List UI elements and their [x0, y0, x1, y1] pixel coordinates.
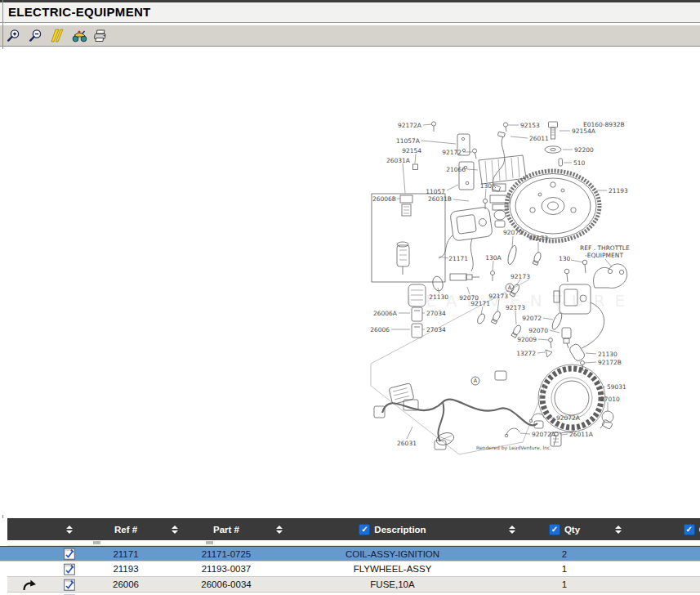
part-label[interactable]: 92173	[506, 304, 525, 311]
detail-marker-letter: A	[508, 284, 512, 291]
part-label[interactable]: 130A	[485, 254, 502, 262]
part-label[interactable]: -EQUIPMENT	[585, 252, 623, 259]
part-label[interactable]: 92172B	[598, 359, 622, 366]
leader-line	[453, 199, 469, 201]
part-label[interactable]: 130	[559, 255, 571, 262]
sort-icon[interactable]	[509, 526, 515, 534]
part-label[interactable]: 92154	[402, 147, 421, 154]
brackets	[457, 134, 474, 190]
part-label[interactable]: 26006A	[373, 310, 398, 317]
part-label[interactable]: 92072	[503, 229, 523, 236]
rownav-cell	[7, 547, 51, 561]
part-label[interactable]: 92171	[470, 300, 490, 307]
edit-note-icon[interactable]	[64, 563, 75, 575]
part-label[interactable]: 26031B	[428, 195, 452, 203]
table-row[interactable]: 2600626006-0034FUSE,10A1	[7, 577, 700, 593]
part-label[interactable]: 92072A	[556, 414, 581, 422]
part-label[interactable]: 26031A	[386, 157, 411, 164]
part-label[interactable]: 26006	[370, 326, 390, 333]
vehicle-button[interactable]	[71, 28, 87, 43]
sort-icon[interactable]	[66, 526, 73, 534]
part-label[interactable]: 13272	[516, 350, 536, 357]
qty-checkbox[interactable]	[549, 524, 560, 535]
column-header-description[interactable]: Description	[292, 524, 493, 535]
leader-line	[585, 362, 596, 363]
lightning-button[interactable]	[49, 28, 65, 43]
part-label[interactable]: 92070	[528, 327, 548, 334]
part-label[interactable]: 92173	[528, 235, 548, 242]
sort-icon[interactable]	[276, 526, 283, 534]
part-label[interactable]: 21066	[446, 166, 466, 173]
part-label[interactable]: 92009	[517, 336, 537, 343]
zoom-in-icon	[7, 29, 20, 42]
detail-marker-letter: A	[474, 378, 478, 384]
spacer	[163, 577, 186, 592]
part-label[interactable]: 26006B	[372, 195, 396, 203]
render-credit: Rendered by LeadVenture, Inc.	[476, 445, 551, 451]
part-label[interactable]: 27034	[426, 310, 446, 317]
cell-qty: 1	[531, 577, 598, 592]
part-label[interactable]: 11057	[426, 188, 445, 195]
part-label[interactable]: 21193	[609, 187, 628, 195]
part-label[interactable]: 26011	[529, 135, 549, 142]
cell-part: 21171-0725	[186, 547, 266, 561]
sort-icon[interactable]	[172, 526, 178, 534]
part-label[interactable]: 92154A	[572, 128, 596, 135]
part-label[interactable]: 11057A	[396, 137, 421, 145]
part-label[interactable]: REF . THROTTLE	[580, 244, 630, 252]
fasteners-top	[413, 122, 508, 170]
print-button[interactable]	[93, 28, 109, 43]
part-label[interactable]: 92173	[488, 293, 508, 300]
table-row[interactable]: 2117121171-0725COIL-ASSY-IGNITION2	[0, 546, 700, 561]
part-label[interactable]: 92072	[522, 315, 542, 322]
part-label[interactable]: 21130	[429, 293, 448, 301]
part-label[interactable]: 21171	[448, 255, 468, 262]
edit-note-icon[interactable]	[64, 548, 75, 560]
zoom-out-button[interactable]	[27, 28, 43, 43]
part-label[interactable]: 92172	[442, 149, 461, 156]
spacer	[493, 561, 531, 576]
spacer	[266, 547, 292, 561]
cell-description: COIL-ASSY-IGNITION	[292, 547, 493, 561]
zoom-in-button[interactable]	[5, 28, 21, 43]
page-title: ELECTRIC-EQUIPMENT	[0, 2, 700, 19]
cell-qty: 2	[531, 547, 598, 561]
part-label[interactable]: 27010	[600, 396, 620, 403]
spacer	[493, 547, 531, 561]
leader-line	[421, 141, 456, 144]
edit-note-icon[interactable]	[64, 579, 75, 591]
cell-c	[639, 561, 700, 576]
replacement-arrow-icon[interactable]	[22, 579, 36, 591]
part-label[interactable]: 26011A	[569, 431, 594, 438]
part-label[interactable]: 92200	[574, 146, 594, 154]
description-checkbox[interactable]	[359, 524, 370, 535]
cell-ref: 21171	[88, 547, 163, 561]
column-header-ref[interactable]: Ref #	[88, 525, 163, 535]
part-label[interactable]: 92072A	[532, 431, 556, 438]
leader-line	[407, 427, 412, 439]
table-row[interactable]: 2119321193-0037FLYWHEEL-ASSY1	[7, 561, 700, 577]
part-label[interactable]: 27034	[426, 326, 446, 333]
flywheel-bolt	[545, 122, 563, 166]
column-header-part[interactable]: Part #	[186, 525, 266, 535]
part-label[interactable]: 92172A	[398, 122, 422, 129]
part-label[interactable]: 21130	[598, 351, 618, 358]
part-label[interactable]: 92173	[511, 273, 530, 280]
cell-ref: 21193	[88, 561, 163, 576]
leader-line	[520, 433, 530, 434]
part-label[interactable]: 130	[480, 182, 493, 190]
column-header-select[interactable]	[51, 526, 88, 534]
part-label[interactable]: 59031	[607, 383, 626, 391]
part-label[interactable]: 92153	[520, 122, 540, 129]
sort-icon[interactable]	[615, 526, 622, 534]
vehicle-icon	[72, 29, 87, 42]
parts-diagram[interactable]: LEADVENTURE	[0, 49, 700, 515]
column-header-qty[interactable]: Qty	[531, 524, 598, 535]
c-checkbox[interactable]	[684, 524, 695, 535]
part-label[interactable]: 26031	[397, 440, 417, 447]
column-header-c[interactable]: C	[639, 524, 700, 535]
cell-description: FLYWHEEL-ASSY	[292, 561, 493, 576]
part-label[interactable]: 510	[573, 159, 586, 167]
spacer	[493, 577, 531, 592]
zoom-out-icon	[29, 29, 42, 42]
